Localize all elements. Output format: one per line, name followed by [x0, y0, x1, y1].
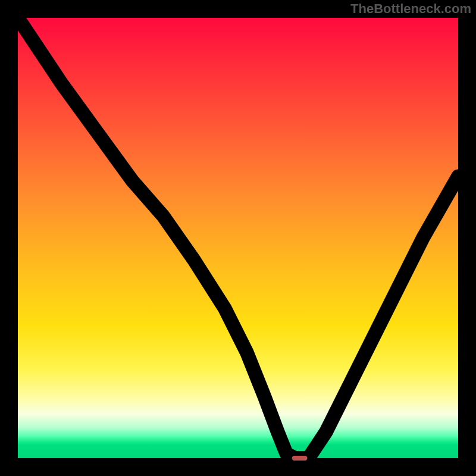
bottleneck-curve: [18, 18, 458, 458]
minimum-marker: [292, 456, 308, 461]
curve-layer: [18, 18, 458, 458]
plot-area: [18, 18, 458, 458]
watermark-text: TheBottleneck.com: [350, 1, 471, 17]
chart-frame: TheBottleneck.com: [0, 0, 476, 476]
